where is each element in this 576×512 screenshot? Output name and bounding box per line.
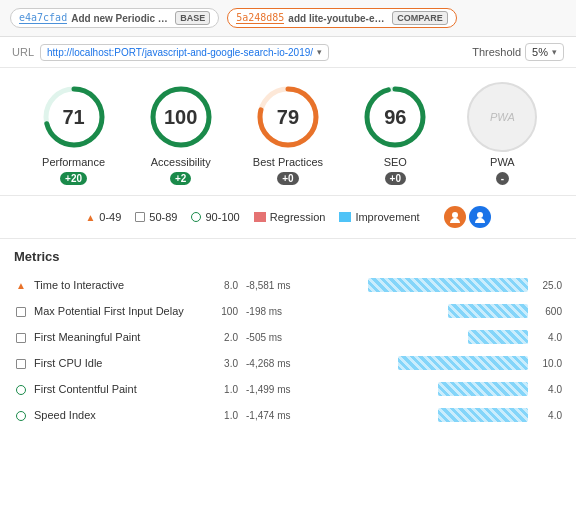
compare-commit-label: add lite-youtube-embed — [288, 13, 388, 24]
regression-icon — [254, 212, 266, 222]
url-select[interactable]: http://localhost:PORT/javascript-and-goo… — [40, 44, 329, 61]
legend-50-89: 50-89 — [135, 211, 177, 223]
pwa-delta: - — [496, 172, 509, 185]
metric-base-mpfid: 100 — [210, 306, 238, 317]
metric-icon-container-fci — [14, 356, 28, 370]
score-ring-performance: 71 — [39, 82, 109, 152]
metric-compare-fmp: 4.0 — [534, 332, 562, 343]
metric-row-tti: ▲ Time to Interactive 8.0 -8,581 ms 25.0 — [14, 272, 562, 298]
metric-delta-fci: -4,268 ms — [246, 358, 290, 369]
metrics-section: Metrics ▲ Time to Interactive 8.0 -8,581… — [0, 239, 576, 438]
metric-name-tti: Time to Interactive — [34, 279, 204, 291]
metric-compare-mpfid: 600 — [534, 306, 562, 317]
circle-icon — [191, 212, 201, 222]
url-bar: URL http://localhost:PORT/javascript-and… — [0, 37, 576, 68]
metric-name-fci: First CPU Idle — [34, 357, 204, 369]
legend-label-90-100: 90-100 — [205, 211, 239, 223]
metric-base-fmp: 2.0 — [210, 332, 238, 343]
metric-icon-fcp — [16, 385, 26, 395]
legend-label-improvement: Improvement — [355, 211, 419, 223]
legend-label-regression: Regression — [270, 211, 326, 223]
score-item-seo: 96 SEO +0 — [360, 82, 430, 185]
metric-row-fmp: First Meaningful Paint 2.0 -505 ms 4.0 — [14, 324, 562, 350]
svg-point-9 — [477, 212, 483, 218]
threshold-select[interactable]: 5% — [525, 43, 564, 61]
legend-0-49: ▲ 0-49 — [85, 211, 121, 223]
metric-base-tti: 8.0 — [210, 280, 238, 291]
metric-bar-mpfid — [448, 304, 528, 318]
metric-compare-si: 4.0 — [534, 410, 562, 421]
metric-icon-fci — [16, 359, 26, 369]
metric-icon-si — [16, 411, 26, 421]
base-avatar — [444, 206, 466, 228]
score-label-performance: Performance — [42, 156, 105, 168]
score-ring-best-practices: 79 — [253, 82, 323, 152]
metric-bar-fmp — [468, 330, 528, 344]
improvement-icon — [339, 212, 351, 222]
compare-avatar — [469, 206, 491, 228]
metric-row-fcp: First Contentful Paint 1.0 -1,499 ms 4.0 — [14, 376, 562, 402]
metric-name-fmp: First Meaningful Paint — [34, 331, 204, 343]
pwa-ring: PWA — [467, 82, 537, 152]
metric-icon-container-fcp — [14, 382, 28, 396]
score-value-seo: 96 — [384, 106, 406, 129]
metric-name-fcp: First Contentful Paint — [34, 383, 204, 395]
metric-bar-container-si: -1,474 ms — [244, 406, 528, 424]
metric-bar-tti — [368, 278, 528, 292]
url-text: http://localhost:PORT/javascript-and-goo… — [47, 47, 313, 58]
compare-tag: COMPARE — [392, 11, 447, 25]
compare-commit-hash: 5a248d85 — [236, 12, 284, 24]
base-commit-label: Add new Periodic Bac... — [71, 13, 171, 24]
url-label: URL — [12, 46, 34, 58]
metric-base-si: 1.0 — [210, 410, 238, 421]
metric-compare-fci: 10.0 — [534, 358, 562, 369]
score-ring-seo: 96 — [360, 82, 430, 152]
metric-name-si: Speed Index — [34, 409, 204, 421]
score-label-best-practices: Best Practices — [253, 156, 323, 168]
score-value-best-practices: 79 — [277, 106, 299, 129]
score-item-pwa: PWA PWA - — [467, 82, 537, 185]
metric-row-mpfid: Max Potential First Input Delay 100 -198… — [14, 298, 562, 324]
metric-bar-container-fci: -4,268 ms — [244, 354, 528, 372]
score-item-best-practices: 79 Best Practices +0 — [253, 82, 323, 185]
base-commit-hash: e4a7cfad — [19, 12, 67, 24]
svg-point-8 — [452, 212, 458, 218]
compare-commit-badge[interactable]: 5a248d85 add lite-youtube-embed COMPARE — [227, 8, 457, 28]
metric-bar-fcp — [438, 382, 528, 396]
metric-delta-fcp: -1,499 ms — [246, 384, 290, 395]
metric-bar-container-fmp: -505 ms — [244, 328, 528, 346]
top-bar: e4a7cfad Add new Periodic Bac... BASE 5a… — [0, 0, 576, 37]
legend-label-0-49: 0-49 — [99, 211, 121, 223]
metric-icon-tti: ▲ — [16, 280, 26, 291]
score-ring-accessibility: 100 — [146, 82, 216, 152]
triangle-icon: ▲ — [85, 212, 95, 223]
metric-row-si: Speed Index 1.0 -1,474 ms 4.0 — [14, 402, 562, 428]
base-commit-badge[interactable]: e4a7cfad Add new Periodic Bac... BASE — [10, 8, 219, 28]
score-delta-performance: +20 — [60, 172, 87, 185]
base-tag: BASE — [175, 11, 210, 25]
metric-compare-fcp: 4.0 — [534, 384, 562, 395]
metric-icon-container-fmp — [14, 330, 28, 344]
metric-delta-mpfid: -198 ms — [246, 306, 282, 317]
metrics-title: Metrics — [14, 249, 562, 264]
score-label-accessibility: Accessibility — [151, 156, 211, 168]
threshold-label: Threshold — [472, 46, 521, 58]
metric-delta-tti: -8,581 ms — [246, 280, 290, 291]
score-delta-accessibility: +2 — [170, 172, 191, 185]
metrics-list: ▲ Time to Interactive 8.0 -8,581 ms 25.0… — [14, 272, 562, 428]
metric-bar-si — [438, 408, 528, 422]
legend-section: ▲ 0-49 50-89 90-100 Regression Improveme… — [0, 196, 576, 239]
pwa-label-top: PWA — [490, 111, 515, 123]
threshold-section: Threshold 5% — [472, 43, 564, 61]
scores-section: 71 Performance +20 100 Accessibility +2 … — [0, 68, 576, 196]
score-label-seo: SEO — [384, 156, 407, 168]
metric-icon-container-si — [14, 408, 28, 422]
metric-compare-tti: 25.0 — [534, 280, 562, 291]
metric-icon-fmp — [16, 333, 26, 343]
square-icon — [135, 212, 145, 222]
metric-bar-container-fcp: -1,499 ms — [244, 380, 528, 398]
score-delta-best-practices: +0 — [277, 172, 298, 185]
threshold-text: 5% — [532, 46, 548, 58]
legend-90-100: 90-100 — [191, 211, 239, 223]
pwa-label: PWA — [490, 156, 515, 168]
